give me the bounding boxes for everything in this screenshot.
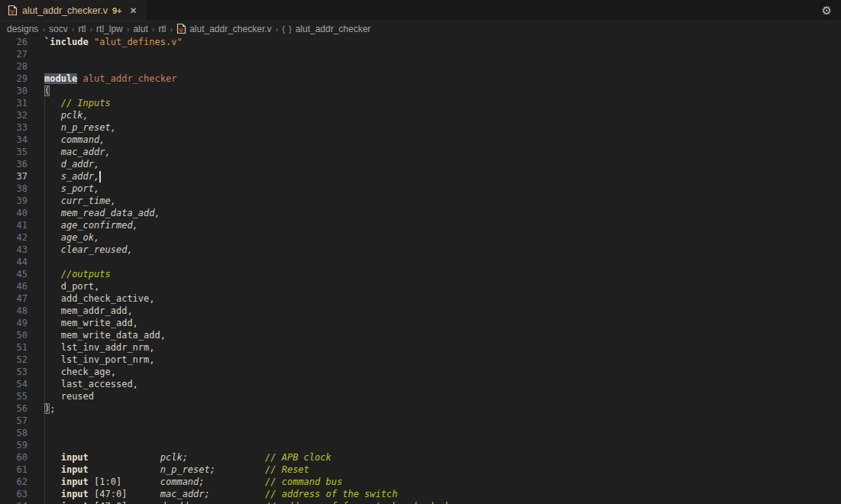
code-line-48[interactable]: 48 mem_addr_add, (0, 305, 841, 317)
breadcrumb-separator: › (42, 24, 45, 34)
line-number: 37 (0, 170, 27, 183)
code-line-49[interactable]: 49 mem_write_add, (0, 317, 841, 329)
code-line-45[interactable]: 45 //outputs (0, 268, 841, 280)
line-number: 31 (0, 97, 27, 109)
code-line-50[interactable]: 50 mem_write_data_add, (0, 329, 841, 341)
code-line-33[interactable]: 33 n_p_reset, (0, 121, 841, 134)
breadcrumb: designs›socv›rtl›rtl_lpw›alut›rtl›valut_… (0, 21, 841, 36)
line-number: 46 (0, 280, 27, 292)
breadcrumb-item-socv[interactable]: socv (49, 24, 68, 34)
code-text: pclk, (44, 109, 841, 121)
code-line-27[interactable]: 27 (0, 48, 841, 60)
breadcrumb-separator: › (89, 24, 92, 34)
code-line-58[interactable]: 58 (0, 427, 841, 439)
tab-alut-addr-checker[interactable]: v alut_addr_checker.v 9+ ✕ (0, 0, 146, 21)
code-text: age_ok, (44, 231, 841, 244)
code-line-54[interactable]: 54 last_accessed, (0, 378, 841, 390)
code-line-31[interactable]: 31 // Inputs (0, 97, 841, 109)
line-number: 50 (0, 329, 27, 341)
breadcrumb-item-designs[interactable]: designs (7, 24, 38, 34)
code-line-26[interactable]: 26`include "alut_defines.v" (0, 36, 841, 48)
breadcrumb-item-alut_addr_checker.v[interactable]: valut_addr_checker.v (176, 23, 271, 34)
code-line-63[interactable]: 63 input [47:0] mac_addr; // address of … (0, 488, 841, 500)
line-number: 40 (0, 207, 27, 219)
line-number: 48 (0, 305, 27, 317)
line-number: 28 (0, 60, 27, 73)
verilog-file-icon: v (8, 5, 18, 16)
code-line-37[interactable]: 37 s_addr, (0, 170, 841, 183)
code-line-60[interactable]: 60 input pclk; // APB clock (0, 451, 841, 464)
line-number: 43 (0, 244, 27, 256)
line-number: 49 (0, 317, 27, 329)
code-line-39[interactable]: 39 curr_time, (0, 195, 841, 207)
breadcrumb-item-alut[interactable]: alut (133, 24, 147, 34)
code-line-34[interactable]: 34 command, (0, 134, 841, 146)
breadcrumb-item-alut_addr_checker[interactable]: { }alut_addr_checker (282, 24, 370, 34)
code-text: d_port, (44, 280, 841, 292)
code-line-36[interactable]: 36 d_addr, (0, 158, 841, 170)
code-line-29[interactable]: 29module alut_addr_checker (0, 73, 841, 85)
code-line-30[interactable]: 30( (0, 85, 841, 97)
code-line-32[interactable]: 32 pclk, (0, 109, 841, 121)
code-line-41[interactable]: 41 age_confirmed, (0, 219, 841, 231)
verilog-file-icon: v (176, 23, 186, 34)
code-text: mem_write_data_add, (44, 329, 841, 341)
svg-text:v: v (10, 8, 15, 15)
code-line-64[interactable]: 64 input [47:0] d_addr; // address of fr… (0, 500, 841, 504)
line-number: 60 (0, 451, 27, 464)
code-line-47[interactable]: 47 add_check_active, (0, 292, 841, 305)
code-line-46[interactable]: 46 d_port, (0, 280, 841, 292)
line-number: 54 (0, 378, 27, 390)
code-line-62[interactable]: 62 input [1:0] command; // command bus (0, 476, 841, 488)
line-number: 32 (0, 109, 27, 121)
code-line-59[interactable]: 59 (0, 439, 841, 451)
breadcrumb-item-rtl_lpw[interactable]: rtl_lpw (96, 24, 123, 34)
code-line-56[interactable]: 56); (0, 402, 841, 415)
line-number: 30 (0, 85, 27, 97)
code-line-53[interactable]: 53 check_age, (0, 366, 841, 378)
code-line-44[interactable]: 44 (0, 256, 841, 268)
code-text: mem_read_data_add, (44, 207, 841, 219)
code-line-42[interactable]: 42 age_ok, (0, 231, 841, 244)
code-text: mem_write_add, (44, 317, 841, 329)
breadcrumb-separator: › (276, 24, 279, 34)
code-text: module alut_addr_checker (44, 73, 841, 85)
code-text: add_check_active, (44, 292, 841, 305)
code-text: input n_p_reset; // Reset (44, 464, 841, 476)
code-line-52[interactable]: 52 lst_inv_port_nrm, (0, 354, 841, 366)
tab-problems-badge: 9+ (112, 6, 122, 15)
code-text (44, 427, 841, 439)
line-number: 33 (0, 121, 27, 134)
code-text: s_port, (44, 183, 841, 195)
code-line-51[interactable]: 51 lst_inv_addr_nrm, (0, 341, 841, 354)
line-number: 52 (0, 354, 27, 366)
code-line-40[interactable]: 40 mem_read_data_add, (0, 207, 841, 219)
line-number: 58 (0, 427, 27, 439)
breadcrumb-item-rtl[interactable]: rtl (158, 24, 166, 34)
code-text: d_addr, (44, 158, 841, 170)
code-line-38[interactable]: 38 s_port, (0, 183, 841, 195)
close-icon[interactable]: ✕ (129, 6, 137, 15)
line-number: 47 (0, 292, 27, 305)
line-number: 57 (0, 415, 27, 427)
code-editor[interactable]: 26`include "alut_defines.v"272829module … (0, 36, 841, 504)
code-text: input pclk; // APB clock (44, 451, 841, 464)
breadcrumb-item-rtl[interactable]: rtl (78, 24, 86, 34)
code-line-28[interactable]: 28 (0, 60, 841, 73)
code-line-57[interactable]: 57 (0, 415, 841, 427)
line-number: 64 (0, 500, 27, 504)
code-text: lst_inv_port_nrm, (44, 354, 841, 366)
line-number: 61 (0, 464, 27, 476)
code-line-43[interactable]: 43 clear_reused, (0, 244, 841, 256)
code-line-61[interactable]: 61 input n_p_reset; // Reset (0, 464, 841, 476)
breadcrumb-separator: › (152, 24, 155, 34)
text-cursor (99, 171, 101, 183)
code-text: check_age, (44, 366, 841, 378)
settings-gear-icon[interactable]: ⚙ (822, 0, 832, 21)
line-number: 41 (0, 219, 27, 231)
code-line-35[interactable]: 35 mac_addr, (0, 146, 841, 158)
code-lines-container: 26`include "alut_defines.v"272829module … (0, 36, 841, 504)
line-number: 36 (0, 158, 27, 170)
code-line-55[interactable]: 55 reused (0, 390, 841, 402)
code-text (44, 60, 841, 73)
